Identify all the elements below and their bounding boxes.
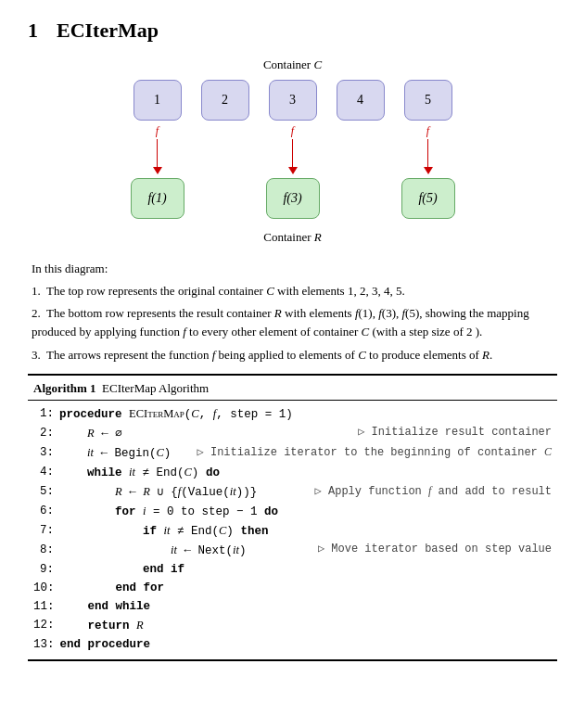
desc-point2: 2. The bottom row represents the result … xyxy=(32,304,553,341)
bottom-box-3: f(3) xyxy=(266,178,320,219)
algo-line-9: 9: end if xyxy=(33,560,552,579)
algorithm-label: Algorithm 1 xyxy=(33,381,96,395)
desc-point3: 3. The arrows represent the function f b… xyxy=(32,346,553,364)
algo-line-2: 2: R ← ∅ ▷ Initialize result container xyxy=(33,424,552,443)
arrow-line-3 xyxy=(292,139,294,167)
algo-line-8: 8: it ← Next(it) ▷ Move iterator based o… xyxy=(33,541,552,560)
col-3: 3 f f(3) xyxy=(266,80,320,219)
arrow-label-1: f xyxy=(156,124,159,138)
algorithm-block: Algorithm 1 ECIterMap Algorithm 1: proce… xyxy=(28,374,557,661)
top-box-2: 2 xyxy=(201,80,249,121)
arrow-label-5: f xyxy=(426,124,429,138)
arrow-head-1 xyxy=(153,167,162,174)
algo-line-5: 5: R ← R ∪ {f(Value(it))} ▷ Apply functi… xyxy=(33,482,552,502)
top-box-1: 1 xyxy=(134,80,182,121)
desc-intro: In this diagram: xyxy=(32,260,553,278)
arrow-head-5 xyxy=(424,167,433,174)
algo-line-3: 3: it ← Begin(C) ▷ Initialize iterator t… xyxy=(33,443,552,463)
arrow-line-1 xyxy=(157,139,159,167)
bottom-box-1: f(1) xyxy=(131,178,184,219)
col-5: 5 f f(5) xyxy=(401,80,455,219)
top-box-3: 3 xyxy=(269,80,317,121)
algorithm-body: 1: procedure ECIterMap(C, f, step = 1) 2… xyxy=(28,402,557,656)
algo-line-4: 4: while it ≠ End(C) do xyxy=(33,463,552,482)
section-heading: 1 ECIterMap xyxy=(28,19,557,43)
arrow-line-5 xyxy=(427,139,429,167)
section-title: ECIterMap xyxy=(57,19,159,43)
diagram-columns: 1 f f(1) 2 3 f f(3) 4 xyxy=(131,80,455,219)
col-1: 1 f f(1) xyxy=(131,80,184,219)
col-4: 4 xyxy=(337,80,385,210)
arrow-head-3 xyxy=(288,167,298,174)
arrow-label-3: f xyxy=(291,124,294,138)
top-box-5: 5 xyxy=(404,80,452,121)
bottom-container-label: Container R xyxy=(263,230,321,245)
top-container-label: Container C xyxy=(263,57,322,72)
algo-line-11: 11: end while xyxy=(33,597,552,616)
bottom-box-5: f(5) xyxy=(401,178,455,219)
algo-line-12: 12: return R xyxy=(33,616,552,635)
section-number: 1 xyxy=(28,19,38,43)
algo-line-13: 13: end procedure xyxy=(33,635,552,654)
col-2: 2 xyxy=(201,80,249,210)
diagram-area: Container C 1 f f(1) 2 3 f xyxy=(28,57,557,252)
top-box-4: 4 xyxy=(337,80,385,121)
algorithm-header: Algorithm 1 ECIterMap Algorithm xyxy=(28,379,557,401)
algo-line-10: 10: end for xyxy=(33,579,552,597)
algo-line-7: 7: if it ≠ End(C) then xyxy=(33,521,552,541)
algo-line-6: 6: for i = 0 to step − 1 do xyxy=(33,502,552,521)
description-block: In this diagram: 1. The top row represen… xyxy=(28,260,557,364)
desc-point1: 1. The top row represents the original c… xyxy=(32,282,553,300)
algo-line-1: 1: procedure ECIterMap(C, f, step = 1) xyxy=(33,404,552,424)
